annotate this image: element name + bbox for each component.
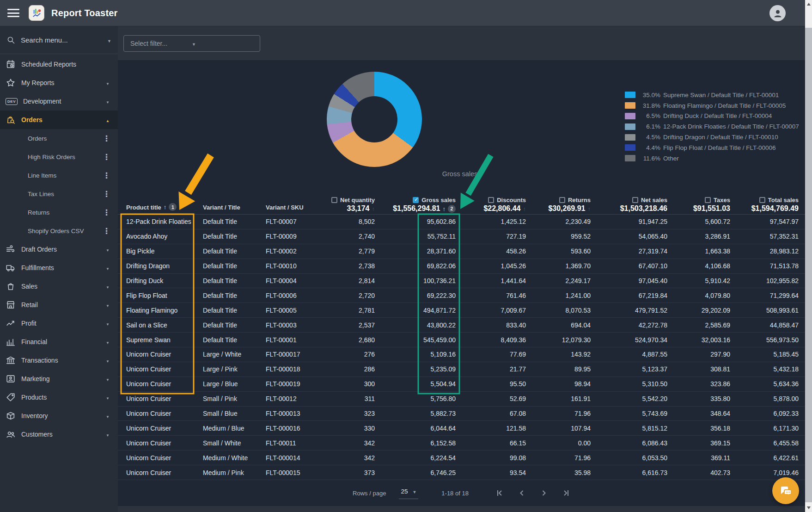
sidebar-item-fulfillments[interactable]: Fulfillments bbox=[0, 259, 118, 277]
pager bbox=[495, 489, 570, 497]
sidebar-subitem-tax-lines[interactable]: Tax Lines bbox=[0, 185, 118, 203]
table-row[interactable]: Unicorn Cruiser Large / Pink FLT-000018 … bbox=[118, 362, 805, 377]
table-row[interactable]: Unicorn Cruiser Medium / White FLT-00001… bbox=[118, 450, 805, 465]
cell-total-sales: 508,993.61 bbox=[734, 307, 802, 314]
column-header-gross-sales[interactable]: Gross sales $1,556,294.812 bbox=[379, 194, 459, 214]
column-header-product-title[interactable]: Product title 1 bbox=[123, 194, 200, 214]
legend-percent: 6.5% bbox=[639, 112, 660, 119]
table-row[interactable]: Floating Flamingo Default Title FLT-0000… bbox=[118, 303, 805, 318]
select-filter-dropdown[interactable]: Select filter... bbox=[123, 35, 260, 52]
cell-returns: 694.04 bbox=[530, 321, 594, 329]
table-row[interactable]: 12-Pack Drink Floaties Default Title FLT… bbox=[118, 215, 805, 229]
more-options-icon[interactable] bbox=[103, 189, 110, 199]
sidebar-item-inventory[interactable]: Inventory bbox=[0, 407, 118, 425]
sidebar-subitem-high-risk-orders[interactable]: High Risk Orders bbox=[0, 148, 118, 166]
sidebar-item-products[interactable]: Products bbox=[0, 388, 118, 407]
hamburger-menu-icon[interactable] bbox=[7, 9, 19, 17]
sidebar-item-transactions[interactable]: Transactions bbox=[0, 351, 118, 370]
column-header-variant-title[interactable]: Variant / Title bbox=[200, 194, 263, 214]
cell-total-sales: 102,955.82 bbox=[734, 277, 802, 284]
column-header-total-sales[interactable]: Total sales $1,594,769.49 bbox=[734, 194, 802, 214]
table-row[interactable]: Unicorn Cruiser Small / Pink FLT-00012 3… bbox=[118, 392, 805, 407]
next-page-icon[interactable] bbox=[540, 489, 548, 497]
scrollbar-thumb[interactable] bbox=[805, 28, 812, 502]
column-header-taxes[interactable]: Taxes $91,551.03 bbox=[671, 194, 734, 214]
legend-item[interactable]: 4.4% Flip Flop Float / Default Title / F… bbox=[625, 142, 799, 153]
table-row[interactable]: Avocado Ahoy Default Title FLT-00009 2,7… bbox=[118, 229, 805, 244]
cell-gross-sales: 100,736.21 bbox=[379, 277, 459, 284]
legend-item[interactable]: 4.5% Drifting Dragon / Default Title / F… bbox=[625, 132, 799, 142]
table-row[interactable]: Flip Flop Float Default Title FLT-00006 … bbox=[118, 288, 805, 303]
column-header-variant-sku[interactable]: Variant / SKU bbox=[263, 194, 332, 214]
sidebar-item-retail[interactable]: Retail bbox=[0, 296, 118, 314]
table-row[interactable]: Sail on a Slice Default Title FLT-00003 … bbox=[118, 318, 805, 333]
table-row[interactable]: Unicorn Cruiser Small / Blue FLT-000013 … bbox=[118, 407, 805, 421]
chat-button[interactable] bbox=[772, 477, 799, 504]
cell-variant-title: Large / Blue bbox=[200, 380, 263, 388]
cell-gross-sales: 5,235.09 bbox=[379, 365, 459, 373]
table-row[interactable]: Unicorn Cruiser Large / White FLT-000017… bbox=[118, 347, 805, 362]
sidebar-subitem-line-items[interactable]: Line Items bbox=[0, 166, 118, 185]
column-checkbox[interactable] bbox=[488, 197, 494, 203]
table-row[interactable]: Drifting Dragon Default Title FLT-00010 … bbox=[118, 259, 805, 274]
legend-label: Drifting Dragon / Default Title / FLT-00… bbox=[663, 134, 778, 141]
previous-page-icon[interactable] bbox=[518, 489, 526, 497]
people-icon bbox=[6, 429, 16, 439]
user-avatar[interactable] bbox=[769, 5, 786, 21]
sort-hint-icon bbox=[370, 204, 375, 213]
sidebar-subitem-orders[interactable]: Orders bbox=[0, 129, 118, 148]
column-checkbox-checked[interactable] bbox=[413, 197, 419, 203]
scrollbar-down-arrow[interactable] bbox=[807, 506, 811, 509]
table-row[interactable]: Unicorn Cruiser Medium / Blue FLT-000016… bbox=[118, 421, 805, 436]
table-row[interactable]: Unicorn Cruiser Small / White FLT-00011 … bbox=[118, 436, 805, 450]
column-checkbox[interactable] bbox=[705, 197, 711, 203]
more-options-icon[interactable] bbox=[103, 208, 110, 217]
legend-item[interactable]: 6.5% Drifting Duck / Default Title / FLT… bbox=[625, 111, 799, 122]
more-options-icon[interactable] bbox=[103, 134, 110, 143]
sidebar-item-development[interactable]: DEV Development bbox=[0, 92, 118, 111]
sidebar-item-scheduled-reports[interactable]: Scheduled Reports bbox=[0, 55, 118, 74]
column-total: 33,174 bbox=[347, 204, 370, 213]
more-options-icon[interactable] bbox=[103, 171, 110, 180]
column-checkbox[interactable] bbox=[331, 197, 337, 203]
last-page-icon[interactable] bbox=[562, 489, 570, 497]
table-row[interactable]: Drifting Duck Default Title FLT-00004 2,… bbox=[118, 274, 805, 289]
column-header-discounts[interactable]: Discounts $22,806.44 bbox=[459, 194, 530, 214]
sidebar-item-draft-orders[interactable]: Draft Orders bbox=[0, 240, 118, 259]
more-options-icon[interactable] bbox=[103, 152, 110, 162]
table-row[interactable]: Unicorn Cruiser Large / Blue FLT-000019 … bbox=[118, 377, 805, 392]
first-page-icon[interactable] bbox=[495, 489, 504, 497]
legend-item[interactable]: 11.6% Other bbox=[625, 153, 799, 164]
sidebar-subitem-returns[interactable]: Returns bbox=[0, 203, 118, 222]
chart-legend: 35.0% Supreme Swan / Default Title / FLT… bbox=[625, 90, 799, 164]
column-header-net-sales[interactable]: Net sales $1,503,218.46 bbox=[594, 194, 671, 214]
rows-per-page-select[interactable]: 25 bbox=[399, 487, 418, 499]
legend-swatch bbox=[625, 113, 635, 119]
sidebar-item-profit[interactable]: Profit bbox=[0, 314, 118, 333]
column-checkbox[interactable] bbox=[759, 197, 765, 203]
more-options-icon[interactable] bbox=[103, 226, 110, 236]
sidebar-item-financial[interactable]: Financial bbox=[0, 333, 118, 351]
sidebar-item-my-reports[interactable]: My Reports bbox=[0, 74, 118, 92]
legend-item[interactable]: 31.8% Floating Flamingo / Default Title … bbox=[625, 100, 799, 111]
legend-item[interactable]: 35.0% Supreme Swan / Default Title / FLT… bbox=[625, 90, 799, 100]
search-menu-dropdown[interactable]: Search menu... bbox=[0, 26, 118, 54]
legend-item[interactable]: 6.1% 12-Pack Drink Floaties / Default Ti… bbox=[625, 121, 799, 132]
legend-percent: 4.4% bbox=[639, 144, 660, 151]
table-row[interactable]: Supreme Swan Default Title FLT-00001 2,6… bbox=[118, 333, 805, 347]
table-row[interactable]: Unicorn Cruiser Medium / Pink FLT-000015… bbox=[118, 465, 805, 480]
sidebar-item-sales[interactable]: Sales bbox=[0, 277, 118, 296]
sidebar-subitem-shopify-orders-csv[interactable]: Shopify Orders CSV bbox=[0, 222, 118, 240]
sidebar-item-orders[interactable]: Orders bbox=[0, 111, 118, 129]
vertical-scrollbar[interactable] bbox=[805, 0, 812, 512]
scrollbar-up-arrow[interactable] bbox=[807, 3, 811, 6]
sidebar-item-marketing[interactable]: Marketing bbox=[0, 370, 118, 388]
cell-returns: 8,070.53 bbox=[530, 307, 594, 314]
column-header-net-quantity[interactable]: Net quantity 33,174 bbox=[332, 194, 379, 214]
cell-variant-sku: FLT-00010 bbox=[263, 262, 332, 270]
table-row[interactable]: Big Pickle Default Title FLT-00002 2,779… bbox=[118, 244, 805, 259]
sidebar-item-customers[interactable]: Customers bbox=[0, 425, 118, 444]
column-checkbox[interactable] bbox=[632, 197, 638, 203]
column-header-returns[interactable]: Returns $30,269.91 bbox=[530, 194, 594, 214]
column-checkbox[interactable] bbox=[559, 197, 565, 203]
